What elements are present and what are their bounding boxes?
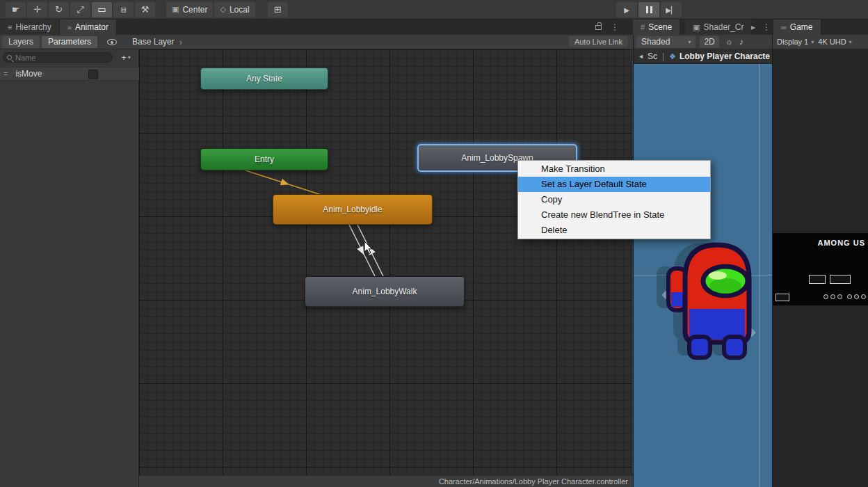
rotate-tool-icon[interactable]: ↻ [49, 2, 69, 17]
pivot-local-label: Local [230, 5, 250, 15]
caret-down-icon: ▾ [811, 39, 814, 45]
display-label: Display 1 [777, 38, 808, 46]
ismove-checkbox[interactable] [88, 70, 98, 79]
breadcrumb: Base Layer › [132, 37, 182, 47]
search-input[interactable] [15, 53, 109, 62]
tab-shader-label: Shader_Cr [703, 22, 744, 32]
game-title-logo: AMONG US [818, 239, 866, 247]
caret-down-icon: ▾ [849, 39, 852, 45]
tab-hierarchy[interactable]: ≡ Hierarchy [0, 19, 60, 35]
scene-grid-line-vertical [759, 64, 760, 487]
game-render-frame: AMONG US [773, 233, 868, 305]
parameter-row-ismove[interactable]: = isMove [0, 67, 139, 81]
pivot-center-button[interactable]: ▣ Center [166, 2, 213, 17]
animator-icon: » [67, 23, 72, 31]
scene-menu-kebab-icon[interactable]: ⋮ [762, 22, 771, 32]
pivot-local-button[interactable]: ◇ Local [214, 2, 255, 17]
auto-live-link-button[interactable]: Auto Live Link [569, 36, 628, 47]
custom-tool-icon[interactable]: ⚒ [135, 2, 155, 17]
tab-game[interactable]: ∞ Game [773, 19, 821, 35]
play-controls: ▶ ▶▏ [616, 2, 682, 17]
drag-handle-icon: = [3, 70, 7, 78]
caret-down-icon: ▾ [688, 39, 691, 45]
tool-group: ☛ ✛ ↻ ⤢ ▭ ⧈ ⚒ [6, 2, 155, 17]
game-ui-icon-row [821, 289, 866, 302]
pause-button[interactable] [638, 2, 659, 17]
game-ui-button [775, 294, 789, 301]
caret-down-icon: ▾ [128, 54, 131, 61]
state-anim-lobbyidle[interactable]: Anim_Lobbyidle [273, 194, 433, 225]
shaded-label: Shaded [641, 37, 670, 47]
breadcrumb-divider: | [662, 51, 664, 61]
tab-animator[interactable]: » Animator [60, 19, 117, 35]
scene-audio-icon[interactable]: ♪ [739, 37, 744, 47]
local-axis-icon: ◇ [220, 5, 225, 14]
resolution-label: 4K UHD [818, 38, 846, 46]
step-button[interactable]: ▶▏ [661, 2, 682, 17]
layers-tab-button[interactable]: Layers [2, 36, 40, 48]
parameters-tab-button[interactable]: Parameters [42, 36, 97, 48]
animator-graph[interactable]: Any State Entry Anim_LobbySpawn Anim_Lob… [139, 49, 632, 475]
menu-item-make-transition[interactable]: Make Transition [518, 161, 710, 177]
context-menu: Make Transition Set as Layer Default Sta… [517, 160, 711, 239]
controller-path: Character/Animations/Lobby Player Charac… [439, 477, 628, 486]
game-icon: ∞ [781, 23, 787, 31]
tab-shader[interactable]: ▣ Shader_Cr [685, 19, 752, 35]
menu-item-delete[interactable]: Delete [518, 223, 710, 238]
prefab-cube-icon: ❖ [669, 52, 676, 61]
play-button[interactable]: ▶ [616, 2, 637, 17]
shaded-dropdown[interactable]: Shaded ▾ [636, 36, 696, 48]
among-us-character[interactable] [653, 224, 757, 398]
menu-item-copy[interactable]: Copy [518, 192, 710, 207]
transition-edges [139, 49, 632, 475]
shader-icon: ▣ [693, 23, 700, 32]
parameter-search-field[interactable] [3, 52, 113, 63]
unity-editor-window: ☛ ✛ ↻ ⤢ ▭ ⧈ ⚒ ▣ Center ◇ Local ⊞ ▶ ▶▏ [0, 0, 868, 487]
tab-scroll-arrow-icon[interactable]: ▸ [751, 22, 755, 32]
parameter-name: isMove [15, 69, 42, 79]
search-icon [7, 55, 12, 60]
status-bar: Character/Animations/Lobby Player Charac… [139, 475, 632, 487]
prefab-name[interactable]: Lobby Player Characte [680, 51, 770, 61]
state-any-state[interactable]: Any State [200, 67, 328, 90]
add-parameter-button[interactable]: + ▾ [117, 51, 135, 63]
pivot-group: ▣ Center ◇ Local [166, 2, 255, 17]
hand-tool-icon[interactable]: ☛ [6, 2, 26, 17]
breadcrumb-base-layer[interactable]: Base Layer [132, 37, 175, 47]
tab-hierarchy-label: Hierarchy [15, 22, 51, 32]
game-ui-button [809, 275, 826, 284]
state-entry[interactable]: Entry [200, 148, 328, 170]
tab-scene-label: Scene [648, 22, 672, 32]
center-pivot-icon: ▣ [172, 5, 179, 14]
tab-animator-label: Animator [75, 22, 108, 32]
scene-icon: # [641, 23, 645, 31]
state-anim-lobbywalk[interactable]: Anim_LobbyWalk [305, 276, 465, 307]
move-tool-icon[interactable]: ✛ [27, 2, 47, 17]
chevron-right-icon: › [179, 37, 182, 47]
hierarchy-icon: ≡ [8, 23, 12, 31]
tab-game-label: Game [790, 22, 813, 32]
tab-scene[interactable]: # Scene [633, 19, 680, 35]
transform-tool-icon[interactable]: ⧈ [113, 2, 134, 17]
scene-view[interactable] [633, 64, 772, 487]
parameters-panel: + ▾ = isMove [0, 49, 139, 487]
scale-tool-icon[interactable]: ⤢ [70, 2, 90, 17]
animator-menu-kebab-icon[interactable]: ⋮ [611, 22, 619, 32]
menu-item-set-as-layer-default-state[interactable]: Set as Layer Default State [518, 177, 710, 192]
lock-icon[interactable] [595, 22, 602, 32]
resolution-dropdown[interactable]: 4K UHD ▾ [818, 38, 851, 46]
grid-snap-icon[interactable]: ⊞ [268, 2, 288, 17]
game-toolbar: Display 1 ▾ 4K UHD ▾ [772, 35, 868, 49]
prefab-back-icon[interactable]: ◄ [638, 53, 644, 60]
menu-item-create-new-blendtree[interactable]: Create new BlendTree in State [518, 207, 710, 223]
eye-icon[interactable] [107, 39, 117, 45]
breadcrumb-scene-short[interactable]: Sc [648, 51, 657, 61]
game-view: AMONG US [772, 49, 868, 487]
pause-icon [646, 6, 652, 13]
scene-toolbar: Shaded ▾ 2D ☼ ♪ [633, 35, 772, 49]
display-dropdown[interactable]: Display 1 ▾ [777, 38, 814, 46]
rect-tool-icon[interactable]: ▭ [92, 2, 112, 17]
scene-lighting-icon[interactable]: ☼ [725, 37, 733, 47]
animator-toolbar: Layers Parameters Base Layer › Auto Live… [0, 35, 633, 49]
toggle-2d-button[interactable]: 2D [700, 36, 718, 48]
